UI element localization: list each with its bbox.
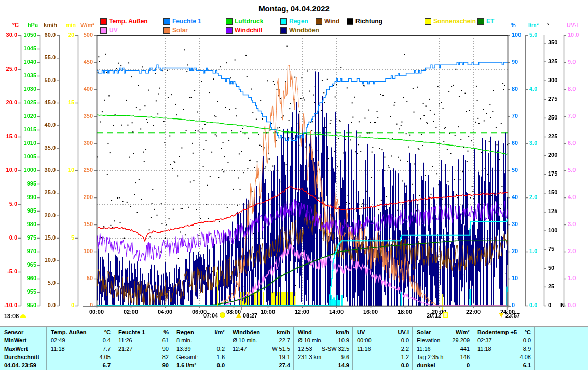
cell-label: Elevation	[417, 337, 440, 343]
cell-label: 12:47	[233, 346, 247, 352]
table-col-windb-en: Windböenkm/hØ 10 min.22.712:47W 51.519.1…	[228, 327, 294, 370]
moonset-time: 23:57	[505, 312, 520, 319]
cell-value: 19.1	[279, 354, 290, 360]
table-cell-row3: Gesamt:1.6	[176, 353, 225, 361]
annotation-sunset: 20:12	[427, 312, 450, 319]
cell-value: 4.08	[520, 354, 531, 360]
table-cell-row2: 21:2790	[118, 345, 169, 353]
column-name: Temp. Außen	[51, 329, 86, 335]
cell-label: Gesamt:	[176, 354, 198, 360]
table-cell-row1: Elevation-29.209	[417, 336, 470, 345]
annotation-moonset: 23:57	[497, 312, 520, 319]
cell-value: 6.1	[523, 362, 531, 368]
table-row-label: Durchschnitt	[4, 353, 43, 361]
cell-value: 1.6	[217, 354, 225, 360]
cell-value: S-SW 32.5	[322, 346, 349, 352]
cell-value: 0.2	[217, 346, 225, 352]
table-cell-row3: 19.1	[233, 353, 290, 361]
cell-label: 02:49	[51, 337, 65, 343]
table-cell-row2: 13:390.2	[176, 345, 225, 353]
column-name: Bodentemp +5	[477, 329, 517, 335]
cell-label: 13:39	[176, 346, 191, 352]
table-cell-row2: 12:53S-SW 32.5	[298, 345, 349, 353]
annotation-moonrise: 08:27	[235, 312, 257, 319]
annotation-sunrise: 07:04	[203, 312, 227, 319]
moonrise-time: 08:27	[243, 312, 257, 319]
sun-half-icon	[20, 314, 26, 318]
table-cell-row1: Ø 10 min.22.7	[233, 336, 290, 345]
table-row-label: MinWert	[4, 336, 43, 345]
column-name: Regen	[176, 329, 194, 335]
cell-value: 0.0	[217, 362, 225, 368]
cell-value: 8.9	[523, 346, 531, 352]
column-name: Solar	[417, 329, 431, 335]
weather-plot-canvas	[0, 0, 588, 324]
table-cell-row2: 11:187.7	[51, 345, 111, 353]
cell-value: 90	[162, 346, 169, 352]
cell-value: 9.6	[341, 354, 349, 360]
cell-value: 2.2	[401, 346, 409, 352]
column-name: UV	[357, 329, 365, 335]
weather-day-view: Montag, 04.04.2022 Temp. AußenFeuchte 1L…	[0, 0, 588, 370]
cell-value: -29.209	[450, 337, 470, 343]
cell-label: 11:18	[477, 346, 491, 352]
table-col-sensor: SensorMinWertMaxWertDurchschnitt04.04. 2…	[0, 327, 47, 370]
table-header: Sensor	[4, 329, 23, 335]
column-unit: °C	[104, 329, 111, 335]
cell-value: -0.4	[101, 337, 111, 343]
table-cell-row4: 14.9	[298, 361, 349, 369]
cell-label: 11:26	[118, 337, 132, 343]
cell-value: 90	[162, 362, 169, 368]
table-col-regen: Regenl/m²8 min.13:390.2Gesamt:1.61.6 l/m…	[172, 327, 228, 370]
cell-value: 82	[162, 354, 169, 360]
table-cell-row1: 8 min.	[176, 336, 225, 345]
table-row-label: 04.04. 23:59	[4, 361, 43, 369]
table-col-solar: SolarW/m²Elevation-29.20911:16441Tag:2:3…	[413, 327, 473, 370]
column-unit: W/m²	[456, 329, 470, 335]
cell-label: 231.3 km	[298, 354, 321, 360]
column-unit: °C	[525, 329, 531, 335]
table-cell-row1: Ø 10 min.10.9	[298, 336, 349, 345]
cell-label: dunkel	[417, 362, 435, 368]
table-cell-row4: 6.7	[51, 361, 111, 369]
cell-label: 1.6 l/m²	[176, 362, 196, 368]
sunset-time: 20:12	[427, 312, 441, 319]
cell-label: 11:16	[357, 346, 371, 352]
stats-table: SensorMinWertMaxWertDurchschnitt04.04. 2…	[0, 326, 588, 370]
cell-value: 0.0	[401, 337, 409, 343]
table-cell-row1: 02:49-0.4	[51, 336, 111, 345]
cell-value: 10.9	[338, 337, 349, 343]
column-unit: %	[163, 329, 169, 335]
table-cell-row2: 12:47W 51.5	[233, 345, 290, 353]
table-row-label: MaxWert	[4, 345, 43, 353]
column-name: Feuchte 1	[118, 329, 145, 335]
cell-label: Tag:2:35 h	[417, 354, 443, 360]
table-col-uv: UVUV-I00:000.011:162.21.20.0	[353, 327, 413, 370]
cell-value: 1.2	[401, 354, 409, 360]
table-cell-row3: 4.08	[477, 353, 531, 361]
column-name: Wind	[298, 329, 312, 335]
cell-label: Ø 10 min.	[298, 337, 323, 343]
table-cell-row4: 6.1	[477, 361, 531, 369]
column-unit: km/h	[336, 329, 349, 335]
cell-value: W 51.5	[272, 346, 290, 352]
cell-value: 441	[460, 346, 470, 352]
table-col-feuchte-1: Feuchte 1%11:266121:27908290	[114, 327, 172, 370]
cell-label: 11:16	[417, 346, 431, 352]
cell-value: 27.4	[279, 362, 290, 368]
table-cell-row3: 82	[118, 353, 169, 361]
arrow-down-icon	[499, 313, 504, 318]
table-col-wind: Windkm/hØ 10 min.10.912:53S-SW 32.5231.3…	[294, 327, 353, 370]
cell-label: 8 min.	[176, 337, 192, 343]
annotation-culmination: 13:08	[4, 312, 28, 319]
cell-label: 12:53	[298, 346, 312, 352]
table-col-temp-au-en: Temp. Außen°C02:49-0.411:187.74.056.7	[47, 327, 114, 370]
table-cell-row1: 00:000.0	[357, 336, 409, 345]
sun-icon	[220, 312, 225, 318]
cell-value: 14.9	[338, 362, 349, 368]
table-col-filler	[535, 327, 588, 370]
table-cell-row4: dunkel0	[417, 361, 470, 369]
table-cell-row2: 11:16441	[417, 345, 470, 353]
cell-label: 02:37	[477, 337, 492, 343]
cell-value: 7.7	[103, 346, 111, 352]
